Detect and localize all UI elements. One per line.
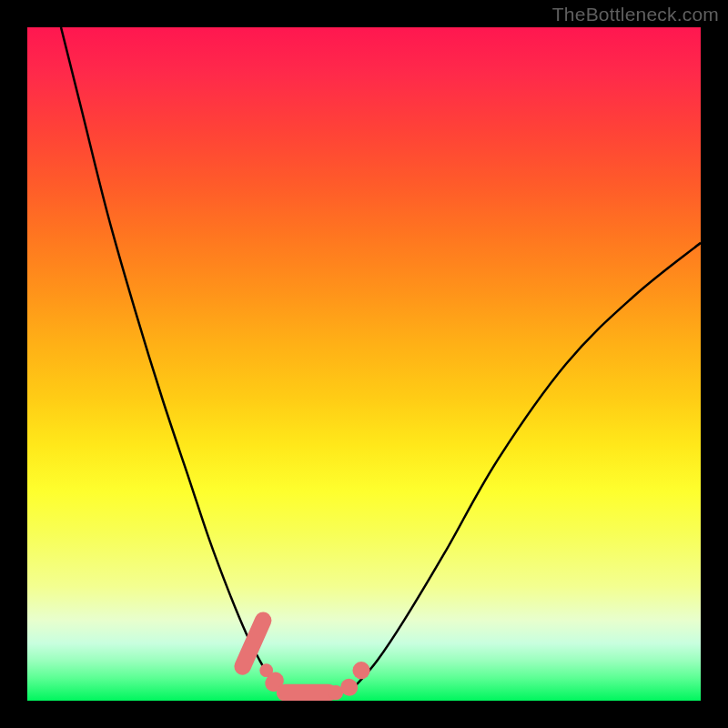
watermark-text: TheBottleneck.com bbox=[552, 4, 719, 25]
curve-right-curve bbox=[348, 243, 702, 693]
marker-dot-6 bbox=[352, 662, 369, 679]
curve-layer bbox=[27, 27, 701, 701]
plot-area bbox=[27, 27, 701, 701]
curve-left-curve bbox=[61, 27, 287, 693]
chart-frame: TheBottleneck.com bbox=[0, 0, 728, 728]
marker-pill-3 bbox=[277, 684, 338, 701]
